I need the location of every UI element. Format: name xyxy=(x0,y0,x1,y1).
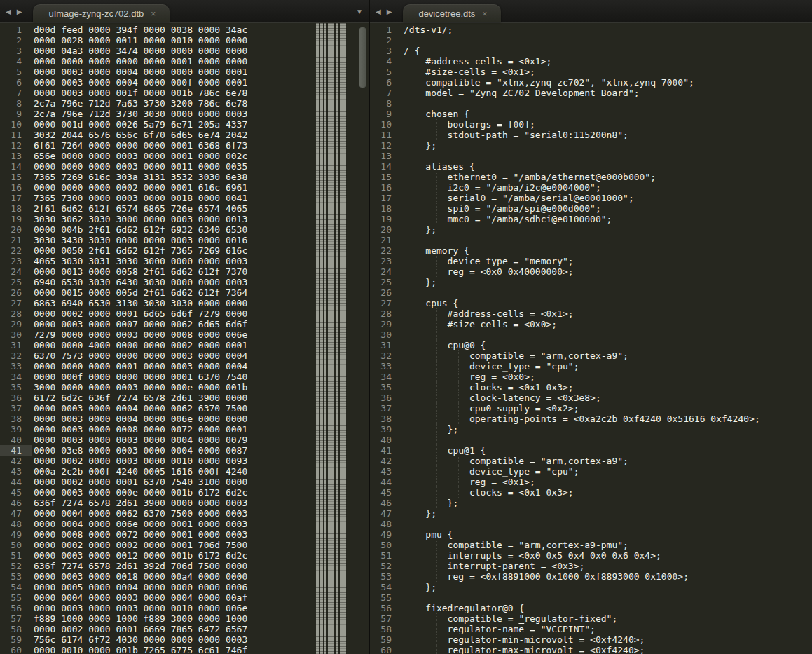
code-line[interactable]: 4 #address-cells = <0x1>; xyxy=(370,56,812,67)
code-line[interactable]: 340000 000f 0000 0000 0000 0001 6370 754… xyxy=(0,372,369,382)
code-line[interactable]: 23 device_type = "memory"; xyxy=(370,256,812,266)
code-line[interactable]: 40 xyxy=(370,435,812,445)
code-line[interactable]: 326370 7573 0000 0000 0000 0003 0000 000… xyxy=(0,350,369,361)
code-line[interactable]: 55 xyxy=(370,592,812,603)
code-line[interactable]: 50000 0003 0000 0004 0000 0000 0000 0001 xyxy=(0,67,369,77)
code-line[interactable]: 500000 0002 0000 0002 0000 0001 706d 750… xyxy=(0,540,369,550)
code-line[interactable]: 46636f 7274 6578 2d61 3900 0000 0000 000… xyxy=(0,498,369,508)
tab-scroll-right-icon[interactable]: ▶ xyxy=(17,8,22,15)
code-line[interactable]: 14 aliases { xyxy=(370,161,812,172)
code-line[interactable]: 19 mmc0 = "/amba/sdhci@e0100000"; xyxy=(370,214,812,224)
code-line[interactable]: 100000 001d 0000 0026 5a79 6e71 205a 433… xyxy=(0,119,369,130)
code-line[interactable]: 1d00d feed 0000 394f 0000 0038 0000 34ac xyxy=(0,25,369,35)
code-line[interactable]: 560000 0003 0000 0003 0000 0010 0000 006… xyxy=(0,603,369,613)
code-line[interactable]: 25 }; xyxy=(370,277,812,287)
code-line[interactable]: 40000 0000 0000 0000 0000 0001 0000 0000 xyxy=(0,56,369,67)
code-line[interactable]: 70000 0003 0000 001f 0000 001b 786c 6e78 xyxy=(0,88,369,98)
code-line[interactable]: 11 stdout-path = "serial0:115200n8"; xyxy=(370,130,812,140)
code-line[interactable]: 193030 3062 3030 3000 0000 0003 0000 001… xyxy=(0,214,369,224)
code-line[interactable]: 12 }; xyxy=(370,140,812,151)
code-line[interactable]: 450000 0003 0000 000e 0000 001b 6172 6d2… xyxy=(0,487,369,498)
left-minimap[interactable] xyxy=(316,23,347,654)
code-line[interactable]: 22 memory { xyxy=(370,245,812,256)
code-line[interactable]: 36 clock-latency = <0x3e8>; xyxy=(370,393,812,403)
code-line[interactable]: 260000 0015 0000 005d 2f61 6d62 612f 736… xyxy=(0,287,369,298)
code-line[interactable]: 540000 0005 0000 0004 0000 0000 0000 000… xyxy=(0,582,369,592)
left-scrollbar[interactable] xyxy=(359,25,367,653)
code-line[interactable]: 21 xyxy=(370,235,812,245)
code-line[interactable]: 490000 0008 0000 0072 0000 0001 0000 000… xyxy=(0,529,369,540)
code-line[interactable]: 37 cpu0-supply = <0x2>; xyxy=(370,403,812,414)
code-line[interactable]: 400000 0003 0000 0003 0000 0004 0000 007… xyxy=(0,435,369,445)
code-line[interactable]: 82c7a 796e 712d 7a63 3730 3200 786c 6e78 xyxy=(0,98,369,109)
code-line[interactable]: 177365 7300 0000 0003 0000 0018 0000 004… xyxy=(0,193,369,203)
tab-close-icon[interactable]: × xyxy=(151,10,156,18)
code-line[interactable]: 8 xyxy=(370,98,812,109)
code-line[interactable]: 18 spi0 = "/amba/spi@e000d000"; xyxy=(370,203,812,214)
code-line[interactable]: 59756c 6174 6f72 4030 0000 0000 0000 000… xyxy=(0,634,369,645)
left-scrollbar-thumb[interactable] xyxy=(359,27,366,88)
dts-code-area[interactable]: 1/dts-v1/;23/ {4 #address-cells = <0x1>;… xyxy=(370,23,812,654)
code-line[interactable]: 13656e 0000 0000 0003 0000 0001 0000 002… xyxy=(0,151,369,161)
code-line[interactable]: 46 }; xyxy=(370,498,812,508)
code-line[interactable]: 56 fixedregulator@0 { xyxy=(370,603,812,613)
code-line[interactable]: 510000 0003 0000 0012 0000 001b 6172 6d2… xyxy=(0,550,369,561)
tab-scroll-left-icon[interactable]: ◀ xyxy=(376,8,381,15)
code-line[interactable]: 370000 0003 0000 0004 0000 0062 6370 750… xyxy=(0,403,369,414)
code-line[interactable]: 38 operating-points = <0xa2c2b 0xf4240 0… xyxy=(370,414,812,424)
code-line[interactable]: 276863 6940 6530 3130 3030 3030 0000 000… xyxy=(0,298,369,308)
code-line[interactable]: 140000 0000 0000 0003 0000 0011 0000 003… xyxy=(0,161,369,172)
code-line[interactable]: 24 reg = <0x0 0x40000000>; xyxy=(370,266,812,277)
right-editor[interactable]: 1/dts-v1/;23/ {4 #address-cells = <0x1>;… xyxy=(370,23,812,654)
code-line[interactable]: 240000 0013 0000 0058 2f61 6d62 612f 737… xyxy=(0,266,369,277)
code-line[interactable]: 39 }; xyxy=(370,424,812,435)
code-line[interactable]: 330000 0000 0000 0001 0000 0003 0000 000… xyxy=(0,361,369,372)
code-line[interactable]: 157365 7269 616c 303a 3131 3532 3030 6e3… xyxy=(0,172,369,182)
code-line[interactable]: 440000 0002 0000 0001 6370 7540 3100 000… xyxy=(0,477,369,487)
code-line[interactable]: 182f61 6d62 612f 6574 6865 726e 6574 406… xyxy=(0,203,369,214)
tab-uimage-zynq-zc702-dtb[interactable]: uImage-zynq-zc702.dtb × xyxy=(33,4,170,22)
code-line[interactable]: 47 }; xyxy=(370,508,812,519)
code-line[interactable]: 52636f 7274 6578 2d61 392d 706d 7500 000… xyxy=(0,561,369,571)
code-line[interactable]: 307279 0000 0000 0003 0000 0008 0000 006… xyxy=(0,329,369,340)
code-line[interactable]: 256940 6530 3030 6430 3030 0000 0000 000… xyxy=(0,277,369,287)
code-line[interactable]: 92c7a 796e 712d 3730 3030 0000 0000 0003 xyxy=(0,109,369,119)
left-editor[interactable]: 1d00d feed 0000 394f 0000 0038 0000 34ac… xyxy=(0,23,369,654)
code-line[interactable]: 380000 0003 0000 0004 0000 006e 0000 000… xyxy=(0,414,369,424)
code-line[interactable]: 49 pmu { xyxy=(370,529,812,540)
code-line[interactable]: 52 interrupt-parent = <0x3>; xyxy=(370,561,812,571)
code-line[interactable]: 43 device_type = "cpu"; xyxy=(370,466,812,477)
code-line[interactable]: 29 #size-cells = <0x0>; xyxy=(370,319,812,329)
code-line[interactable]: 59 regulator-min-microvolt = <0xf4240>; xyxy=(370,634,812,645)
code-line[interactable]: 50 compatible = "arm,cortex-a9-pmu"; xyxy=(370,540,812,550)
code-line[interactable]: 28 #address-cells = <0x1>; xyxy=(370,308,812,319)
tab-scroll-right-icon[interactable]: ▶ xyxy=(387,8,392,15)
code-line[interactable]: 54 }; xyxy=(370,582,812,592)
code-line[interactable]: 20000 0028 0000 0011 0000 0010 0000 0000 xyxy=(0,35,369,46)
code-line[interactable]: 58 regulator-name = "VCCPINT"; xyxy=(370,624,812,634)
code-line[interactable]: 34 reg = <0x0>; xyxy=(370,372,812,382)
code-line[interactable]: 10 bootargs = [00]; xyxy=(370,119,812,130)
code-line[interactable]: 20 }; xyxy=(370,224,812,235)
code-line[interactable]: 57f889 1000 0000 1000 f889 3000 0000 100… xyxy=(0,613,369,624)
code-line[interactable]: 310000 0000 4000 0000 0000 0002 0000 000… xyxy=(0,340,369,350)
code-line[interactable]: 43000a 2c2b 000f 4240 0005 1616 000f 424… xyxy=(0,466,369,477)
code-line[interactable]: 48 xyxy=(370,519,812,529)
code-line[interactable]: 410000 03e8 0000 0003 0000 0004 0000 008… xyxy=(0,445,369,456)
code-line[interactable]: 7 model = "Zynq ZC702 Development Board"… xyxy=(370,88,812,98)
code-line[interactable]: 2 xyxy=(370,35,812,46)
code-line[interactable]: 470000 0004 0000 0062 6370 7500 0000 000… xyxy=(0,508,369,519)
code-line[interactable]: 600000 0010 0000 001b 7265 6775 6c61 746… xyxy=(0,645,369,654)
code-line[interactable]: 550000 0004 0000 0003 0000 0004 0000 00a… xyxy=(0,592,369,603)
code-line[interactable]: 480000 0004 0000 006e 0000 0001 0000 000… xyxy=(0,519,369,529)
code-line[interactable]: 42 compatible = "arm,cortex-a9"; xyxy=(370,456,812,466)
code-line[interactable]: 33 device_type = "cpu"; xyxy=(370,361,812,372)
code-line[interactable]: 60000 0003 0000 0004 0000 000f 0000 0001 xyxy=(0,77,369,88)
code-line[interactable]: 60 regulator-max-microvolt = <0xf4240>; xyxy=(370,645,812,654)
code-line[interactable]: 30 xyxy=(370,329,812,340)
code-line[interactable]: 51 interrupts = <0x0 0x5 0x4 0x0 0x6 0x4… xyxy=(370,550,812,561)
code-line[interactable]: 353000 0000 0000 0003 0000 000e 0000 001… xyxy=(0,382,369,393)
code-line[interactable]: 31 cpu@0 { xyxy=(370,340,812,350)
code-line[interactable]: 220000 0050 2f61 6d62 612f 7365 7269 616… xyxy=(0,245,369,256)
code-line[interactable]: 53 reg = <0xf8891000 0x1000 0xf8893000 0… xyxy=(370,571,812,582)
